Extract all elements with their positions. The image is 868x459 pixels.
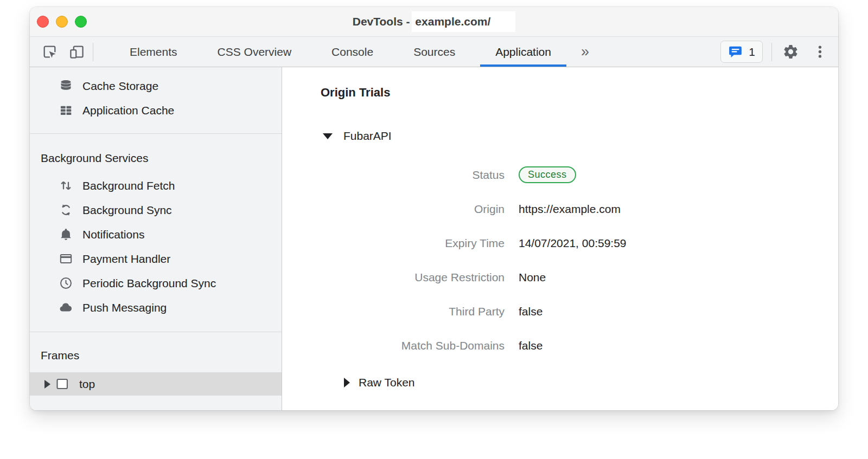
sidebar-item-push-messaging[interactable]: Push Messaging <box>30 295 282 320</box>
up-down-arrows-icon <box>59 178 73 193</box>
clock-icon <box>59 276 73 290</box>
inspect-icon <box>41 43 58 60</box>
close-button[interactable] <box>37 16 49 28</box>
tab-console[interactable]: Console <box>311 37 393 67</box>
disclosure-collapsed-icon <box>44 380 50 389</box>
row-label: Origin <box>282 203 505 216</box>
sidebar-item-label: Application Cache <box>82 104 174 117</box>
sidebar-item-payment-handler[interactable]: Payment Handler <box>30 247 282 271</box>
table-icon <box>59 103 73 118</box>
trial-details: Status Success Origin https://example.co… <box>282 158 838 363</box>
row-label: Third Party <box>282 305 505 318</box>
zoom-button[interactable] <box>75 16 87 28</box>
tab-sources[interactable]: Sources <box>393 37 475 67</box>
sidebar-item-label: Notifications <box>82 228 144 241</box>
toggle-device-toolbar-button[interactable] <box>67 42 86 62</box>
inspect-element-button[interactable] <box>40 42 59 62</box>
row-value: false <box>519 305 542 318</box>
row-value: https://example.com <box>519 203 621 216</box>
frame-icon <box>55 377 69 391</box>
row-value: 14/07/2021, 00:59:59 <box>519 237 627 250</box>
chevron-double-right-icon: » <box>581 43 589 60</box>
row-label: Expiry Time <box>282 237 505 250</box>
panel-content: Cache Storage Application Cache Backgrou… <box>30 67 838 410</box>
trial-name: FubarAPI <box>343 130 392 143</box>
disclosure-expanded-icon <box>323 133 333 139</box>
kebab-menu-icon <box>812 44 828 60</box>
sidebar-item-application-cache[interactable]: Application Cache <box>30 98 282 122</box>
sidebar-item-periodic-background-sync[interactable]: Periodic Background Sync <box>30 271 282 295</box>
detail-row-usage-restriction: Usage Restriction None <box>282 260 838 294</box>
more-tabs-button[interactable]: » <box>571 43 599 60</box>
sidebar-item-label: Background Fetch <box>82 179 175 192</box>
application-sidebar: Cache Storage Application Cache Backgrou… <box>30 67 282 410</box>
panel-tabs: Elements CSS Overview Console Sources Ap… <box>110 37 571 67</box>
window-title: DevTools - example.com/ <box>353 11 516 32</box>
sidebar-section-frames: Frames <box>30 343 282 367</box>
sync-icon <box>59 203 73 217</box>
minimize-button[interactable] <box>56 16 68 28</box>
toolbar-divider <box>771 43 772 61</box>
devtools-toolbar: Elements CSS Overview Console Sources Ap… <box>30 37 838 67</box>
origin-trials-panel: Origin Trials FubarAPI Status Success Or… <box>282 67 838 410</box>
sidebar-item-frame-top[interactable]: top <box>30 372 282 396</box>
sidebar-item-label: Payment Handler <box>82 253 170 266</box>
devices-icon <box>68 43 85 60</box>
section-title: Background Services <box>41 152 148 165</box>
window-title-domain: example.com/ <box>412 11 515 32</box>
trial-tree-node[interactable]: FubarAPI <box>323 129 838 143</box>
traffic-lights <box>37 7 87 36</box>
message-bubble-icon <box>728 44 743 59</box>
sidebar-item-label: Background Sync <box>82 204 172 217</box>
section-title: Frames <box>41 349 79 362</box>
title-bar: DevTools - example.com/ <box>30 7 838 37</box>
page-title: Origin Trials <box>321 86 838 100</box>
credit-card-icon <box>59 251 73 266</box>
frame-label: top <box>79 378 95 391</box>
sidebar-item-background-sync[interactable]: Background Sync <box>30 198 282 222</box>
sidebar-item-notifications[interactable]: Notifications <box>30 222 282 247</box>
sidebar-item-background-fetch[interactable]: Background Fetch <box>30 173 282 198</box>
sidebar-item-label: Periodic Background Sync <box>82 277 216 290</box>
sidebar-section-background-services: Background Services <box>30 146 282 170</box>
row-value: None <box>519 271 546 284</box>
sidebar-item-label: Push Messaging <box>82 301 167 314</box>
disclosure-collapsed-icon <box>344 378 350 387</box>
issues-counter-button[interactable]: 1 <box>720 41 763 63</box>
sidebar-section-divider <box>30 133 282 134</box>
row-label: Status <box>282 169 505 182</box>
gear-icon <box>782 43 799 60</box>
tab-application[interactable]: Application <box>475 37 571 67</box>
detail-row-third-party: Third Party false <box>282 294 838 328</box>
detail-row-status: Status Success <box>282 158 838 192</box>
bell-icon <box>59 227 73 242</box>
database-icon <box>59 79 73 93</box>
raw-token-label: Raw Token <box>359 376 415 389</box>
cloud-icon <box>59 300 73 315</box>
row-value: false <box>519 339 542 352</box>
sidebar-item-cache-storage[interactable]: Cache Storage <box>30 74 282 98</box>
tab-elements[interactable]: Elements <box>110 37 197 67</box>
toolbar-divider <box>93 43 93 61</box>
sidebar-item-label: Cache Storage <box>82 80 158 93</box>
sidebar-section-divider <box>30 332 282 332</box>
devtools-window: DevTools - example.com/ Elements CSS Ov <box>30 7 838 410</box>
window-title-prefix: DevTools - <box>353 15 413 28</box>
detail-row-expiry-time: Expiry Time 14/07/2021, 00:59:59 <box>282 226 838 260</box>
detail-row-origin: Origin https://example.com <box>282 192 838 226</box>
status-badge: Success <box>519 166 576 183</box>
settings-button[interactable] <box>781 42 800 62</box>
row-label: Usage Restriction <box>282 271 505 284</box>
detail-row-match-sub-domains: Match Sub-Domains false <box>282 328 838 363</box>
issues-count: 1 <box>749 46 755 59</box>
tab-css-overview[interactable]: CSS Overview <box>197 37 312 67</box>
raw-token-tree-node[interactable]: Raw Token <box>344 376 838 389</box>
row-label: Match Sub-Domains <box>282 339 505 352</box>
more-options-button[interactable] <box>810 42 829 62</box>
